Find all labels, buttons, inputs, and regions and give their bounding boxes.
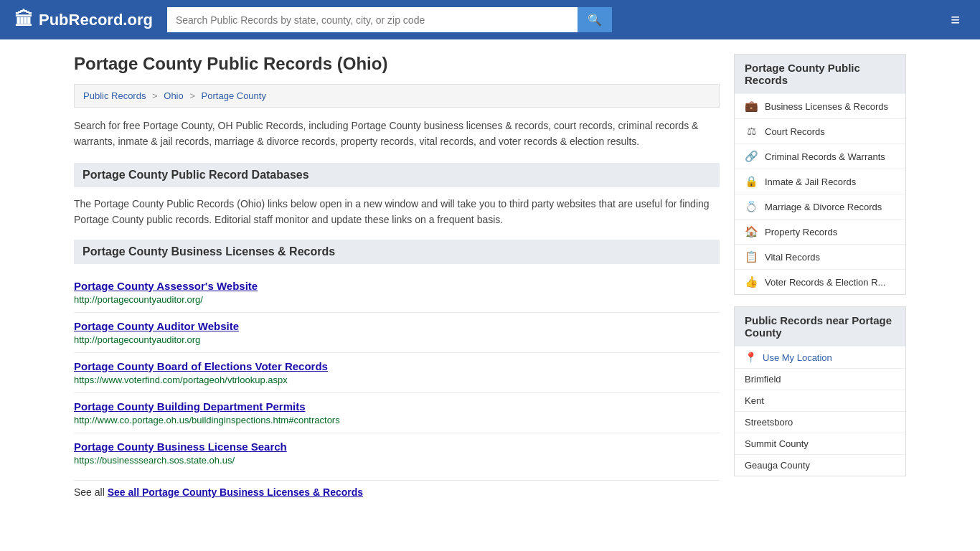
breadcrumb-link-ohio[interactable]: Ohio [164,90,183,101]
record-url-3: http://www.co.portage.oh.us/buildinginsp… [74,415,720,425]
sidebar-item-inmate[interactable]: 🔒 Inmate & Jail Records [735,169,905,194]
sidebar-nearby-box: Public Records near Portage County 📍 Use… [734,306,906,476]
sidebar-item-criminal-label: Criminal Records & Warrants [765,151,885,162]
sidebar-nearby-header: Public Records near Portage County [735,307,905,346]
nearby-item-summit[interactable]: Summit County [735,433,905,454]
record-link-0[interactable]: Portage County Assessor's Website [74,280,720,292]
record-item-2: Portage County Board of Elections Voter … [74,352,720,392]
record-link-3[interactable]: Portage County Building Department Permi… [74,400,720,413]
header: 🏛 PubRecord.org 🔍 ≡ [0,0,980,39]
nearby-item-kent[interactable]: Kent [735,390,905,411]
search-input[interactable] [167,7,578,32]
property-icon: 🏠 [745,225,758,238]
see-all-section: See all See all Portage County Business … [74,480,720,498]
use-location-item[interactable]: 📍 Use My Location [735,346,905,368]
content-area: Portage County Public Records (Ohio) Pub… [74,54,720,498]
sidebar-item-court[interactable]: ⚖ Court Records [735,118,905,143]
search-container: 🔍 [167,7,612,32]
breadcrumb-sep-1: > [152,90,158,101]
breadcrumb-link-portage[interactable]: Portage County [202,90,266,101]
record-url-4: https://businesssearch.sos.state.oh.us/ [74,455,720,466]
sidebar-item-property-label: Property Records [765,227,837,237]
record-link-2[interactable]: Portage County Board of Elections Voter … [74,360,720,372]
record-link-4[interactable]: Portage County Business License Search [74,441,720,453]
hamburger-icon: ≡ [951,11,960,29]
record-item-0: Portage County Assessor's Website http:/… [74,273,720,312]
logo-text: PubRecord.org [39,11,153,29]
nearby-item-streetsboro[interactable]: Streetsboro [735,411,905,433]
sidebar-categories-header: Portage County Public Records [735,55,905,93]
voter-icon: 👍 [745,276,758,288]
description: Search for free Portage County, OH Publi… [74,118,720,150]
sidebar-item-property[interactable]: 🏠 Property Records [735,219,905,244]
sidebar-item-voter-label: Voter Records & Election R... [765,277,885,288]
sidebar-item-business-label: Business Licenses & Records [765,101,888,112]
see-all-link[interactable]: See all Portage County Business Licenses… [108,486,363,498]
business-section-header: Portage County Business Licenses & Recor… [74,240,720,264]
databases-section-header: Portage County Public Record Databases [74,163,720,187]
sidebar-item-business[interactable]: 💼 Business Licenses & Records [735,93,905,118]
breadcrumb-link-public-records[interactable]: Public Records [83,90,146,101]
main-container: Portage County Public Records (Ohio) Pub… [60,39,920,512]
sidebar-item-vital-label: Vital Records [765,252,820,263]
sidebar-item-marriage[interactable]: 💍 Marriage & Divorce Records [735,194,905,219]
sidebar-item-criminal[interactable]: 🔗 Criminal Records & Warrants [735,143,905,169]
logo-icon: 🏛 [14,9,33,31]
sidebar-item-inmate-label: Inmate & Jail Records [765,176,856,187]
sidebar-item-voter[interactable]: 👍 Voter Records & Election R... [735,269,905,294]
vital-icon: 📋 [745,250,758,263]
nearby-item-geauga[interactable]: Geauga County [735,454,905,476]
use-location-label: Use My Location [763,352,832,363]
business-icon: 💼 [745,100,758,113]
sidebar-categories-box: Portage County Public Records 💼 Business… [734,54,906,295]
court-icon: ⚖ [745,125,758,138]
db-description: The Portage County Public Records (Ohio)… [74,196,720,228]
record-item-4: Portage County Business License Search h… [74,433,720,473]
page-title: Portage County Public Records (Ohio) [74,54,720,74]
record-link-1[interactable]: Portage County Auditor Website [74,320,720,332]
sidebar-item-vital[interactable]: 📋 Vital Records [735,244,905,269]
record-url-0: http://portagecountyauditor.org/ [74,294,720,305]
breadcrumb: Public Records > Ohio > Portage County [74,84,720,108]
inmate-icon: 🔒 [745,175,758,188]
marriage-icon: 💍 [745,200,758,213]
record-item-1: Portage County Auditor Website http://po… [74,312,720,352]
location-icon: 📍 [745,352,757,363]
record-url-1: http://portagecountyauditor.org [74,334,720,345]
criminal-icon: 🔗 [745,150,758,163]
sidebar-item-court-label: Court Records [765,126,825,137]
record-item-3: Portage County Building Department Permi… [74,392,720,433]
search-button[interactable]: 🔍 [578,7,612,32]
breadcrumb-sep-2: > [189,90,195,101]
search-icon: 🔍 [588,14,602,26]
record-url-2: https://www.voterfind.com/portageoh/vtrl… [74,375,720,385]
nearby-item-brimfield[interactable]: Brimfield [735,368,905,390]
records-list: Portage County Assessor's Website http:/… [74,273,720,473]
sidebar-item-marriage-label: Marriage & Divorce Records [765,202,882,212]
hamburger-button[interactable]: ≡ [945,8,966,32]
logo-link[interactable]: 🏛 PubRecord.org [14,9,153,31]
sidebar: Portage County Public Records 💼 Business… [734,54,906,498]
